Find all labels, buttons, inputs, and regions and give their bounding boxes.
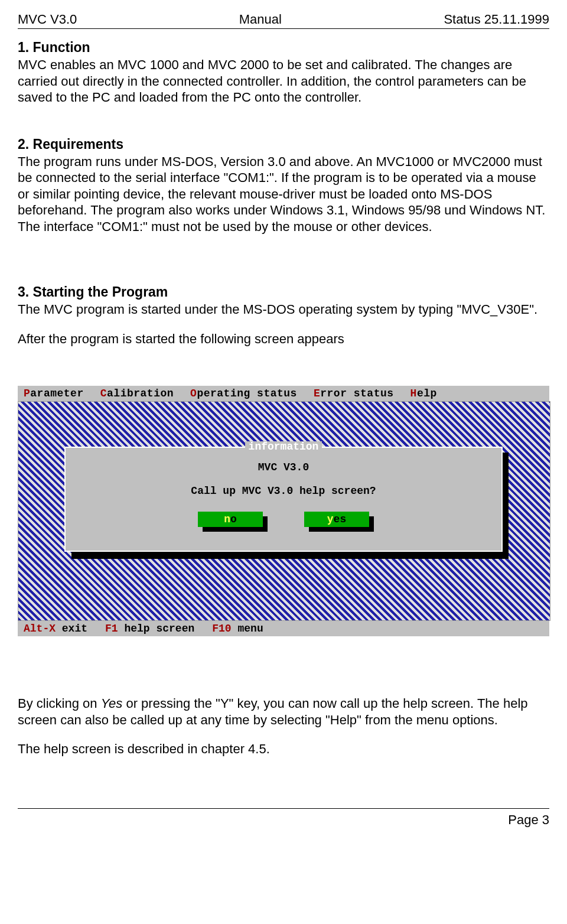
page-header: MVC V3.0 Manual Status 25.11.1999 [18, 12, 549, 29]
after-paragraph-1: By clicking on Yes or pressing the "Y" k… [18, 695, 549, 728]
menu-help[interactable]: Help [410, 388, 437, 399]
dos-screenshot: Parameter Calibration Operating status E… [18, 386, 549, 636]
page-footer: Page 3 [18, 808, 549, 828]
menu-error-status[interactable]: Error status [314, 388, 394, 399]
status-menu[interactable]: F10 menu [212, 623, 263, 634]
status-help[interactable]: F1 help screen [105, 623, 194, 634]
section-1-title: 1. Function [18, 40, 549, 56]
dos-statusbar: Alt-X exit F1 help screen F10 menu [18, 621, 549, 636]
dialog-text: Call up MVC V3.0 help screen? [66, 486, 501, 496]
section-3-body-2: After the program is started the followi… [18, 331, 549, 347]
status-exit[interactable]: Alt-X exit [24, 623, 87, 634]
dos-desktop: information MVC V3.0 Call up MVC V3.0 he… [18, 401, 550, 621]
no-button[interactable]: no [198, 512, 263, 527]
header-center: Manual [239, 12, 282, 27]
menu-calibration[interactable]: Calibration [100, 388, 174, 399]
section-1-body: MVC enables an MVC 1000 and MVC 2000 to … [18, 57, 549, 106]
section-3-title: 3. Starting the Program [18, 284, 549, 300]
yes-italic: Yes [101, 696, 123, 711]
yes-button[interactable]: yes [304, 512, 369, 527]
information-dialog: information MVC V3.0 Call up MVC V3.0 he… [64, 447, 503, 552]
section-2-title: 2. Requirements [18, 136, 549, 152]
header-right: Status 25.11.1999 [444, 12, 549, 27]
menu-operating-status[interactable]: Operating status [190, 388, 297, 399]
menu-parameter[interactable]: Parameter [24, 388, 84, 399]
page-number: Page 3 [508, 812, 549, 827]
header-left: MVC V3.0 [18, 12, 77, 27]
dialog-heading: MVC V3.0 [66, 462, 501, 473]
dos-menubar: Parameter Calibration Operating status E… [18, 386, 549, 401]
section-3-body-1: The MVC program is started under the MS-… [18, 301, 549, 318]
section-2-body: The program runs under MS-DOS, Version 3… [18, 154, 549, 235]
dialog-title: information [245, 441, 322, 452]
after-paragraph-2: The help screen is described in chapter … [18, 741, 549, 757]
